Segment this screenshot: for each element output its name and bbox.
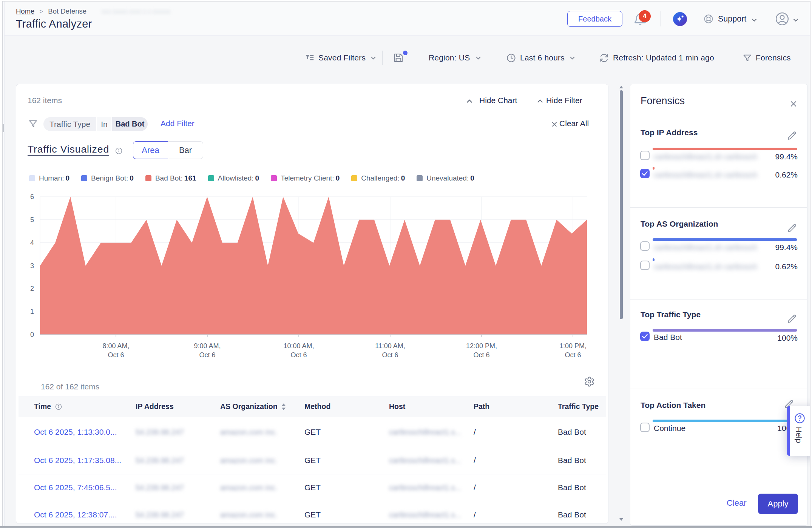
svg-text:2: 2 xyxy=(30,285,34,292)
svg-text:5: 5 xyxy=(30,216,34,224)
svg-text:4: 4 xyxy=(30,239,34,247)
svg-text:Oct 6: Oct 6 xyxy=(565,351,581,358)
svg-text:Oct 6: Oct 6 xyxy=(199,351,215,358)
svg-text:6: 6 xyxy=(30,193,34,201)
svg-text:12:00 PM,: 12:00 PM, xyxy=(466,342,497,350)
svg-text:10:00 AM,: 10:00 AM, xyxy=(283,342,314,350)
svg-text:1: 1 xyxy=(30,308,34,315)
svg-text:0: 0 xyxy=(30,331,34,338)
svg-text:Oct 6: Oct 6 xyxy=(290,351,307,358)
svg-text:Oct 6: Oct 6 xyxy=(382,351,398,358)
svg-text:8:00 AM,: 8:00 AM, xyxy=(102,342,129,350)
svg-text:Oct 6: Oct 6 xyxy=(473,351,489,358)
svg-text:1:00 PM,: 1:00 PM, xyxy=(559,342,587,350)
svg-text:11:00 AM,: 11:00 AM, xyxy=(375,342,405,350)
svg-text:3: 3 xyxy=(30,262,34,270)
svg-text:9:00 AM,: 9:00 AM, xyxy=(194,342,221,350)
svg-text:Oct 6: Oct 6 xyxy=(108,351,124,358)
